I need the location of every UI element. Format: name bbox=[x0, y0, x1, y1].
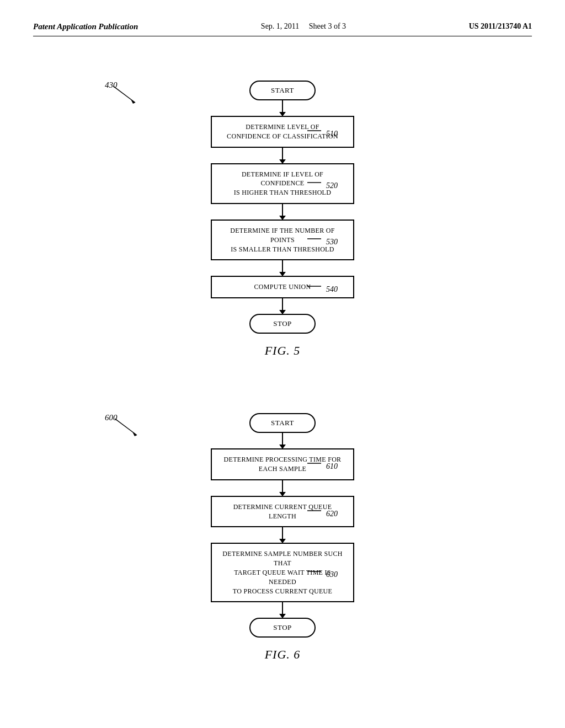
fig5-label-540: 540 bbox=[305, 281, 338, 294]
step630-arrow bbox=[305, 566, 324, 577]
fig6-diag-arrow bbox=[115, 419, 142, 438]
arrow7 bbox=[282, 480, 283, 496]
fig5-flow: START DETERMINE LEVEL OF CONFIDENCE OF C… bbox=[194, 81, 371, 334]
arrow6 bbox=[282, 433, 283, 448]
step520-arrow bbox=[305, 177, 324, 188]
fig5-caption: FIG. 5 bbox=[265, 344, 301, 358]
step530-arrow bbox=[305, 233, 324, 244]
arrow1 bbox=[282, 100, 283, 116]
fig6-630-wrapper: DETERMINE SAMPLE NUMBER SUCH THAT TARGET… bbox=[194, 543, 371, 602]
fig6-flow: START DETERMINE PROCESSING TIME FOR EACH… bbox=[194, 413, 371, 638]
arrow4 bbox=[282, 260, 283, 276]
fig5-stop-wrapper: STOP bbox=[194, 314, 371, 334]
arrow3 bbox=[282, 204, 283, 220]
fig6-section: 600 START DETERMINE PROCESSING TIME FOR … bbox=[33, 386, 532, 662]
header: Patent Application Publication Sep. 1, 2… bbox=[33, 22, 532, 36]
fig6-label-630: 630 bbox=[305, 566, 338, 579]
fig5-diag-arrow bbox=[113, 86, 141, 105]
fig6-620-wrapper: DETERMINE CURRENT QUEUE LENGTH 620 bbox=[194, 496, 371, 528]
fig5-530-wrapper: DETERMINE IF THE NUMBER OF POINTS IS SMA… bbox=[194, 220, 371, 260]
arrow9 bbox=[282, 602, 283, 618]
header-center: Sep. 1, 2011 Sheet 3 of 3 bbox=[261, 22, 346, 31]
fig5-label-520: 520 bbox=[305, 177, 338, 190]
fig6-ref-area: 600 bbox=[33, 386, 532, 402]
fig6-610-wrapper: DETERMINE PROCESSING TIME FOR EACH SAMPL… bbox=[194, 448, 371, 480]
fig5-540-wrapper: COMPUTE UNION 540 bbox=[194, 276, 371, 298]
fig6-caption: FIG. 6 bbox=[265, 647, 301, 662]
fig5-label-510: 510 bbox=[305, 125, 338, 138]
fig6-stop: STOP bbox=[249, 618, 316, 638]
step510-arrow bbox=[305, 125, 324, 136]
fig5-510-wrapper: DETERMINE LEVEL OF CONFIDENCE OF CLASSIF… bbox=[194, 116, 371, 148]
patent-number: US 2011/213740 A1 bbox=[469, 22, 532, 31]
fig5-start: START bbox=[249, 81, 316, 100]
fig5-label-530: 530 bbox=[305, 233, 338, 247]
fig5-section: 430 START DETERMINE LEVEL OF CONFIDENCE … bbox=[33, 53, 532, 358]
step540-arrow bbox=[305, 281, 324, 292]
svg-marker-1 bbox=[131, 99, 135, 104]
fig5-ref-area: 430 bbox=[33, 53, 532, 69]
arrow5 bbox=[282, 298, 283, 314]
svg-marker-7 bbox=[132, 432, 137, 436]
fig6-stop-wrapper: STOP bbox=[194, 618, 371, 638]
step610-arrow bbox=[305, 458, 324, 469]
step620-arrow bbox=[305, 505, 324, 516]
fig6-start-wrapper: START bbox=[194, 413, 371, 433]
arrow2 bbox=[282, 148, 283, 163]
arrow8 bbox=[282, 527, 283, 543]
fig5-start-wrapper: START bbox=[194, 81, 371, 100]
pub-date: Sep. 1, 2011 bbox=[261, 22, 299, 30]
publication-label: Patent Application Publication bbox=[33, 22, 138, 31]
fig6-label-620: 620 bbox=[305, 505, 338, 518]
fig6-start: START bbox=[249, 413, 316, 433]
fig6-label-610: 610 bbox=[305, 458, 338, 471]
page: Patent Application Publication Sep. 1, 2… bbox=[0, 0, 565, 728]
fig5-stop: STOP bbox=[249, 314, 316, 334]
fig5-520-wrapper: DETERMINE IF LEVEL OF CONFIDENCE IS HIGH… bbox=[194, 163, 371, 204]
sheet-info: Sheet 3 of 3 bbox=[309, 22, 346, 30]
